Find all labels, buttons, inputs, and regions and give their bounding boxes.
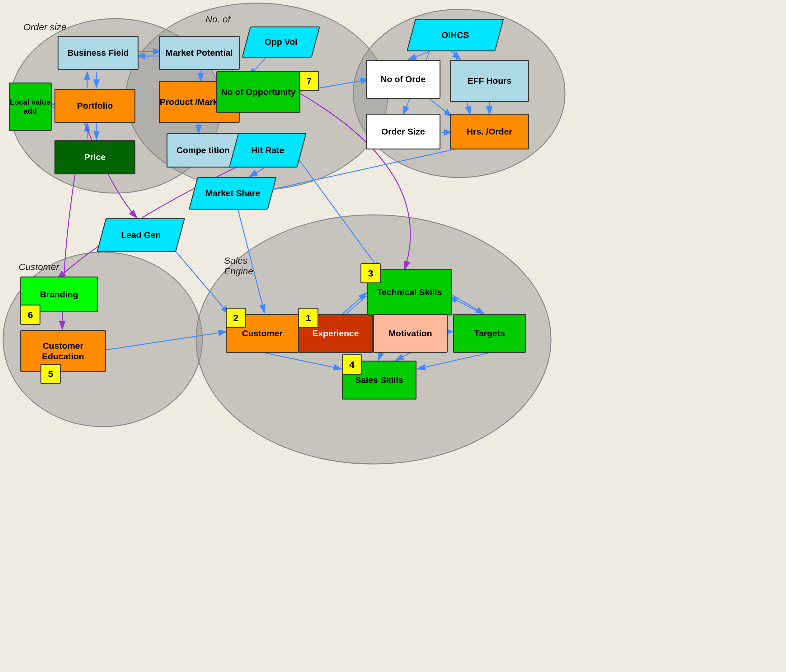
price-node: Price: [55, 140, 135, 175]
svg-line-36: [395, 353, 411, 360]
hit-rate-node: Hit Rate: [229, 133, 306, 168]
eff-hours-node: EFF Hours: [450, 60, 529, 102]
oihcs-node: OIHCS: [407, 19, 504, 51]
svg-line-28: [292, 151, 380, 270]
targets-node: Targets: [453, 314, 526, 353]
svg-line-41: [263, 353, 342, 369]
lead-gen-node: Lead Gen: [96, 218, 185, 252]
svg-line-46: [249, 168, 264, 177]
competition-node: Compe tition: [167, 133, 240, 168]
no-of-opportunity-node: No of Opportunity: [216, 71, 300, 113]
badge-4: 4: [342, 354, 362, 375]
badge-7: 7: [299, 71, 319, 91]
opp-vol-node: Opp Vol: [242, 27, 320, 58]
market-share-node: Market Share: [189, 177, 277, 209]
label-sales-engine: SalesEngine: [224, 255, 253, 277]
business-field-node: Business Field: [58, 36, 138, 70]
hrs-order-node: Hrs. /Order: [450, 114, 529, 150]
svg-line-21: [451, 51, 461, 60]
label-order-size: Order size: [24, 22, 66, 32]
svg-line-37: [448, 293, 484, 314]
local-value-add-node: Local value add: [9, 82, 52, 131]
svg-line-40: [417, 353, 490, 369]
badge-5: 5: [41, 364, 61, 384]
market-potential-node: Market Potential: [159, 36, 240, 70]
order-size-node: Order Size: [366, 114, 440, 150]
portfolio-node: Portfolio: [55, 89, 135, 123]
svg-line-42: [103, 332, 226, 350]
svg-line-43: [233, 192, 265, 313]
label-no-of: No. of: [206, 14, 230, 25]
svg-line-20: [408, 51, 429, 60]
badge-2: 2: [226, 308, 246, 328]
customer-education-node: Customer Education: [20, 330, 106, 372]
label-customer: Customer: [19, 261, 59, 272]
badge-6: 6: [20, 305, 41, 325]
no-of-orde-node: No of Orde: [366, 60, 440, 99]
motivation-node: Motivation: [373, 314, 448, 353]
badge-3: 3: [360, 263, 381, 283]
diagram-container: Order size No. of Customer SalesEngine B…: [0, 0, 786, 672]
svg-line-38: [449, 296, 484, 315]
badge-1: 1: [298, 308, 318, 328]
